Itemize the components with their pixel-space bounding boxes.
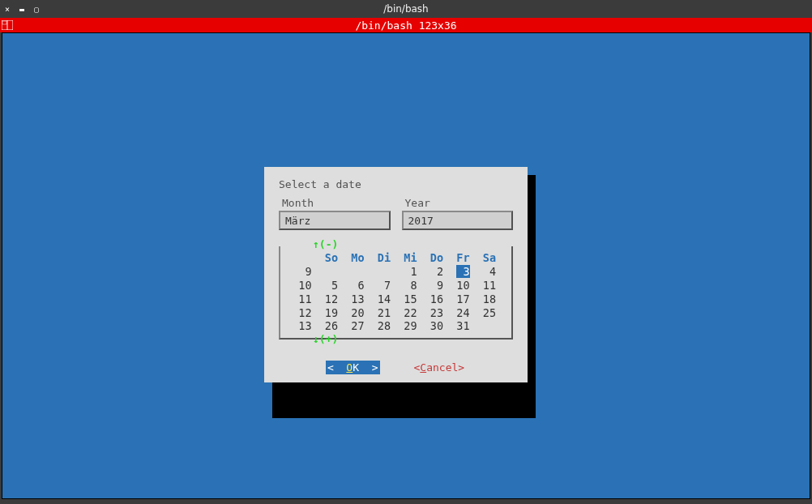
calendar[interactable]: ↑(-) So Mo Di Mi Do Fr Sa 9 1 2 3 4 10 5…: [279, 246, 513, 340]
dialog-title: Select a date: [279, 178, 513, 190]
calendar-grid[interactable]: So Mo Di Mi Do Fr Sa 9 1 2 3 4 10 5 6 7 …: [285, 251, 506, 333]
close-icon[interactable]: ×: [5, 5, 10, 14]
window-title: /bin/bash: [0, 3, 812, 15]
cancel-button[interactable]: <Cancel>: [412, 361, 467, 374]
month-field[interactable]: März: [279, 211, 391, 230]
terminal: Select a date Month März Year 2017 ↑(-) …: [2, 32, 810, 499]
minimize-icon[interactable]: ▬: [19, 5, 24, 14]
maximize-icon[interactable]: ▢: [34, 5, 39, 14]
month-label: Month: [282, 197, 391, 209]
scroll-down-hint: ↓(+): [313, 333, 338, 345]
year-label: Year: [405, 197, 514, 209]
scroll-up-hint: ↑(-): [313, 238, 338, 250]
calendar-dialog: Select a date Month März Year 2017 ↑(-) …: [264, 167, 528, 382]
ok-button[interactable]: < OK >: [326, 361, 380, 374]
window-titlebar: × ▬ ▢ /bin/bash: [0, 0, 812, 18]
tmux-title: /bin/bash 123x36: [0, 19, 812, 32]
tmux-bar: /bin/bash 123x36: [0, 18, 812, 32]
year-field[interactable]: 2017: [402, 211, 514, 230]
